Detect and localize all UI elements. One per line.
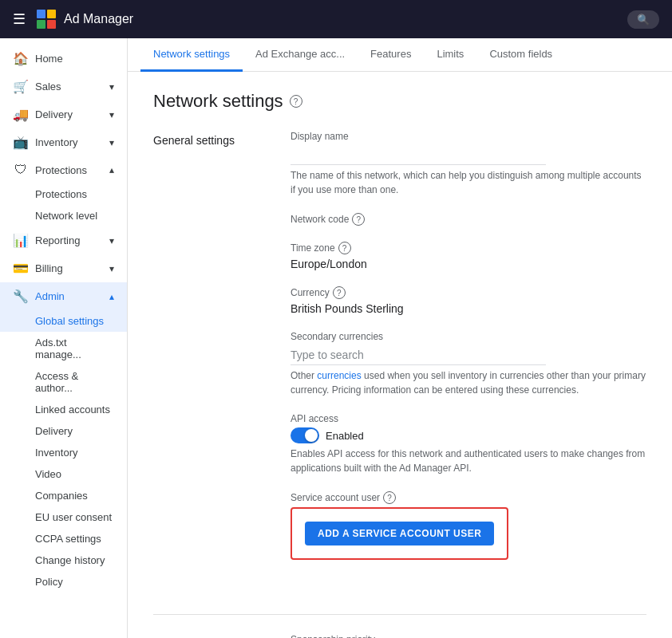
network-code-help-icon[interactable]: ? — [352, 213, 365, 226]
sidebar-sub-label-protections: Protections — [35, 188, 87, 200]
tab-custom-fields[interactable]: Custom fields — [476, 38, 565, 72]
sidebar-sub-change-history[interactable]: Change history — [0, 549, 127, 571]
api-access-enabled-label: Enabled — [326, 430, 364, 442]
inventory-icon: 📺 — [13, 135, 29, 150]
app-logo: Ad Manager — [35, 8, 133, 30]
sidebar-sub-ads-txt[interactable]: Ads.txt manage... — [0, 332, 127, 365]
page-title-row: Network settings ? — [153, 91, 646, 112]
sidebar-sub-linked-accounts[interactable]: Linked accounts — [0, 399, 127, 420]
sidebar-sub-label-inventory: Inventory — [35, 447, 77, 459]
timezone-help-icon[interactable]: ? — [338, 242, 351, 254]
tab-ad-exchange[interactable]: Ad Exchange acc... — [243, 38, 358, 72]
currency-label: Currency — [291, 287, 330, 298]
sidebar-label-sales: Sales — [35, 81, 103, 93]
sidebar-item-billing[interactable]: 💳 Billing ▾ — [0, 254, 127, 282]
sidebar-sub-label-eu-consent: EU user consent — [35, 511, 112, 523]
sidebar-sub-global-settings[interactable]: Global settings — [0, 310, 127, 332]
service-account-field: Service account user ? ADD A SERVICE ACC… — [291, 491, 646, 573]
sidebar: 🏠 Home 🛒 Sales ▾ 🚚 Delivery ▾ 📺 Inventor… — [0, 38, 128, 638]
menu-icon[interactable]: ☰ — [13, 10, 26, 28]
sidebar-sub-label-global-settings: Global settings — [35, 315, 104, 327]
delivery-icon: 🚚 — [13, 107, 29, 122]
sidebar-sub-label-ads-txt: Ads.txt manage... — [35, 337, 114, 360]
currencies-link[interactable]: currencies — [317, 370, 361, 381]
ad-serving-label: Ad serving settings — [153, 634, 265, 638]
svg-rect-1 — [47, 10, 56, 18]
service-account-help-icon[interactable]: ? — [383, 491, 396, 504]
sidebar-label-inventory: Inventory — [35, 136, 103, 148]
billing-icon: 💳 — [13, 261, 29, 276]
sidebar-sub-label-change-history: Change history — [35, 554, 105, 566]
sidebar-sub-label-network-level: Network level — [35, 210, 97, 222]
sidebar-sub-policy[interactable]: Policy — [0, 571, 127, 593]
tabs-bar: Network settings Ad Exchange acc... Feat… — [128, 38, 672, 72]
sidebar-label-reporting: Reporting — [35, 234, 103, 246]
general-settings-section: General settings Display name The name o… — [153, 131, 646, 589]
general-settings-content: Display name The name of this network, w… — [291, 131, 646, 589]
sidebar-sub-network-level[interactable]: Network level — [0, 205, 127, 226]
search-box[interactable]: 🔍 — [627, 10, 659, 29]
timezone-value: Europe/London — [291, 258, 646, 270]
sidebar-item-inventory[interactable]: 📺 Inventory ▾ — [0, 128, 127, 156]
sidebar-sub-access[interactable]: Access & author... — [0, 365, 127, 399]
sponsorship-field: Sponsorship priority Enabled Enables 100… — [291, 634, 646, 638]
display-name-field: Display name The name of this network, w… — [291, 131, 646, 197]
currency-help-icon[interactable]: ? — [333, 286, 346, 299]
sales-icon: 🛒 — [13, 79, 29, 94]
sidebar-item-delivery[interactable]: 🚚 Delivery ▾ — [0, 100, 127, 128]
sidebar-item-home[interactable]: 🏠 Home — [0, 45, 127, 73]
sidebar-item-admin[interactable]: 🔧 Admin ▴ — [0, 282, 127, 310]
sidebar-sub-video[interactable]: Video — [0, 463, 127, 485]
search-icon: 🔍 — [637, 14, 650, 26]
help-icon[interactable]: ? — [290, 95, 302, 108]
sidebar-label-protections: Protections — [35, 164, 103, 176]
sidebar-item-protections[interactable]: 🛡 Protections ▴ — [0, 156, 127, 183]
sidebar-sub-inventory[interactable]: Inventory — [0, 442, 127, 463]
sidebar-item-sales[interactable]: 🛒 Sales ▾ — [0, 73, 127, 100]
sidebar-sub-ccpa[interactable]: CCPA settings — [0, 528, 127, 549]
svg-rect-0 — [37, 10, 45, 18]
app-title: Ad Manager — [64, 12, 133, 26]
admin-icon: 🔧 — [13, 289, 29, 304]
sidebar-sub-delivery[interactable]: Delivery — [0, 420, 127, 442]
sidebar-label-home: Home — [35, 53, 114, 65]
chevron-down-icon: ▾ — [109, 263, 114, 274]
network-code-label: Network code — [291, 214, 349, 225]
display-name-desc: The name of this network, which can help… — [291, 168, 646, 197]
service-account-box: ADD A SERVICE ACCOUNT USER — [291, 507, 508, 560]
sponsorship-label: Sponsorship priority — [291, 634, 646, 638]
sidebar-item-reporting[interactable]: 📊 Reporting ▾ — [0, 226, 127, 254]
home-icon: 🏠 — [13, 51, 29, 66]
other-currencies-desc: Other currencies used when you sell inve… — [291, 368, 646, 397]
chevron-down-icon: ▾ — [109, 109, 114, 120]
display-name-input[interactable] — [291, 145, 546, 165]
secondary-currencies-input[interactable] — [291, 345, 546, 365]
sidebar-sub-companies[interactable]: Companies — [0, 485, 127, 506]
page-title: Network settings — [153, 91, 283, 112]
tab-features[interactable]: Features — [358, 38, 424, 72]
sidebar-label-delivery: Delivery — [35, 108, 103, 120]
svg-rect-2 — [37, 20, 45, 29]
tab-limits[interactable]: Limits — [424, 38, 476, 72]
svg-rect-3 — [47, 20, 56, 29]
sidebar-sub-protections[interactable]: Protections — [0, 183, 127, 205]
api-access-toggle[interactable] — [291, 427, 319, 443]
sidebar-label-billing: Billing — [35, 262, 103, 274]
currency-value: British Pounds Sterling — [291, 302, 646, 315]
sidebar-sub-label-linked-accounts: Linked accounts — [35, 404, 110, 415]
chevron-down-icon: ▾ — [109, 137, 114, 148]
add-service-account-button[interactable]: ADD A SERVICE ACCOUNT USER — [305, 522, 494, 545]
api-access-toggle-row: Enabled — [291, 427, 646, 443]
sidebar-sub-label-companies: Companies — [35, 490, 88, 502]
sidebar-sub-label-access: Access & author... — [35, 370, 114, 394]
sidebar-sub-label-policy: Policy — [35, 576, 63, 588]
api-access-field: API access Enabled Enables API access fo… — [291, 413, 646, 475]
tab-network-settings[interactable]: Network settings — [140, 38, 243, 72]
chevron-up-icon: ▴ — [109, 291, 114, 302]
reporting-icon: 📊 — [13, 233, 29, 248]
sidebar-sub-eu-consent[interactable]: EU user consent — [0, 506, 127, 528]
secondary-currencies-field: Secondary currencies Other currencies us… — [291, 331, 646, 397]
display-name-label: Display name — [291, 131, 646, 142]
timezone-field: Time zone ? Europe/London — [291, 242, 646, 270]
ad-serving-content: Sponsorship priority Enabled Enables 100… — [291, 634, 646, 638]
